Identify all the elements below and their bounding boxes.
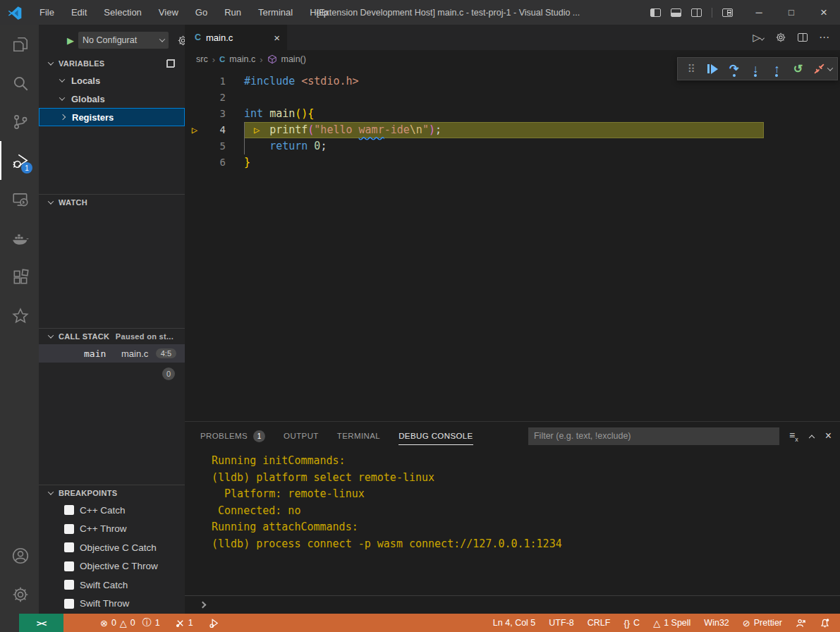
toggle-panel-icon[interactable] bbox=[671, 8, 681, 17]
breadcrumb-symbol[interactable]: main() bbox=[281, 54, 306, 64]
collapse-all-icon[interactable] bbox=[166, 59, 175, 68]
debug-console-input[interactable] bbox=[185, 595, 840, 613]
explorer-icon[interactable] bbox=[0, 25, 39, 63]
code-line-2[interactable]: 2 bbox=[185, 90, 840, 106]
step-into-button[interactable]: ↓ bbox=[747, 61, 764, 78]
start-debug-icon[interactable]: ▶ bbox=[67, 35, 74, 46]
code-line-4[interactable]: ▷4 printf("hello wamr-ide\n");▷ bbox=[185, 122, 840, 138]
editor-gear-icon[interactable] bbox=[775, 32, 786, 43]
breadcrumb-file[interactable]: main.c bbox=[229, 54, 255, 64]
step-over-button[interactable]: ↷ bbox=[726, 61, 743, 78]
docker-icon[interactable] bbox=[0, 219, 39, 257]
panel-header: PROBLEMS1OUTPUTTERMINALDEBUG CONSOLE ≡x … bbox=[185, 422, 840, 450]
breakpoint-checkbox[interactable] bbox=[64, 599, 74, 609]
maximize-panel-icon[interactable] bbox=[808, 435, 814, 441]
breakpoint-row[interactable]: Objective C Catch bbox=[39, 538, 185, 557]
watch-section-header[interactable]: WATCH bbox=[39, 195, 185, 210]
restart-button[interactable]: ↺ bbox=[789, 61, 806, 78]
breakpoint-checkbox[interactable] bbox=[64, 524, 74, 534]
formatter-status[interactable]: ⊘ Prettier bbox=[743, 618, 782, 628]
continue-button[interactable] bbox=[704, 61, 721, 78]
code-line-3[interactable]: 3int main(){ bbox=[185, 106, 840, 122]
breakpoints-section-header[interactable]: BREAKPOINTS bbox=[39, 485, 185, 501]
variables-item-registers[interactable]: Registers bbox=[39, 108, 185, 126]
clear-console-icon[interactable]: ≡x bbox=[789, 430, 798, 443]
code-line-5[interactable]: 5 return 0; bbox=[185, 138, 840, 154]
problems-status[interactable]: ⊗0 △0 ⓘ1 bbox=[100, 616, 160, 629]
run-and-debug-icon[interactable]: 1 bbox=[0, 141, 39, 180]
cursor-position[interactable]: Ln 4, Col 5 bbox=[493, 618, 535, 628]
toggle-sidebar-icon[interactable] bbox=[650, 8, 661, 17]
panel-tab-debug-console[interactable]: DEBUG CONSOLE bbox=[398, 422, 473, 450]
frame-function: main bbox=[84, 348, 121, 359]
config-gear-icon[interactable] bbox=[177, 35, 185, 47]
panel-tab-terminal[interactable]: TERMINAL bbox=[337, 422, 380, 450]
remote-indicator[interactable]: >< bbox=[19, 614, 63, 632]
spell-checker-status[interactable]: △ 1 Spell bbox=[653, 618, 690, 628]
step-out-button[interactable]: ↑ bbox=[768, 61, 785, 78]
menu-file[interactable]: File bbox=[32, 4, 61, 20]
settings-gear-icon[interactable] bbox=[0, 575, 39, 614]
feedback-status[interactable] bbox=[796, 618, 806, 628]
toolbar-drag-grip[interactable]: ⠿ bbox=[683, 61, 700, 78]
toggle-secondary-sidebar-icon[interactable] bbox=[691, 8, 702, 17]
platform-status[interactable]: Win32 bbox=[704, 618, 729, 628]
close-window-button[interactable]: × bbox=[808, 0, 840, 25]
breadcrumb-folder[interactable]: src bbox=[196, 54, 208, 64]
menu-run[interactable]: Run bbox=[217, 4, 248, 20]
maximize-button[interactable]: □ bbox=[775, 0, 808, 25]
breakpoint-row[interactable]: C++ Throw bbox=[39, 520, 185, 539]
close-tab-icon[interactable]: × bbox=[274, 32, 280, 44]
debug-session-status[interactable] bbox=[209, 618, 219, 628]
breakpoint-checkbox[interactable] bbox=[64, 505, 74, 515]
symbol-method-icon bbox=[267, 54, 277, 64]
close-panel-icon[interactable]: × bbox=[825, 430, 832, 442]
panel-tab-output[interactable]: OUTPUT bbox=[284, 422, 319, 450]
breakpoint-checkbox[interactable] bbox=[64, 580, 74, 590]
code-line-6[interactable]: 6} bbox=[185, 154, 840, 171]
minimize-button[interactable]: ─ bbox=[743, 0, 775, 25]
eol-sequence[interactable]: CRLF bbox=[588, 618, 611, 628]
search-icon[interactable] bbox=[0, 63, 39, 102]
menu-selection[interactable]: Selection bbox=[97, 4, 148, 20]
tools-status[interactable]: 1 bbox=[176, 618, 193, 628]
encoding[interactable]: UTF-8 bbox=[549, 618, 573, 628]
menu-view[interactable]: View bbox=[152, 4, 185, 20]
breakpoint-row[interactable]: Swift Throw bbox=[39, 595, 185, 614]
panel-tab-problems[interactable]: PROBLEMS1 bbox=[200, 422, 265, 450]
glyph-margin bbox=[185, 154, 205, 171]
console-filter-input[interactable] bbox=[528, 427, 779, 445]
editor-tabbar: C main.c × ▷ ⋯ bbox=[185, 25, 840, 50]
run-or-debug-button[interactable]: ▷ bbox=[753, 32, 764, 43]
console-line: Connected: no bbox=[212, 503, 840, 520]
remote-explorer-icon[interactable] bbox=[0, 180, 39, 219]
accounts-icon[interactable] bbox=[0, 536, 39, 575]
debug-toolbar: ⠿ ↷ ↓ ↑ ↺ bbox=[677, 57, 838, 80]
customize-layout-icon[interactable] bbox=[722, 8, 733, 17]
disconnect-button[interactable] bbox=[811, 61, 828, 78]
variables-section-header[interactable]: VARIABLES bbox=[39, 56, 185, 71]
extensions-icon[interactable] bbox=[0, 257, 39, 296]
menu-terminal[interactable]: Terminal bbox=[251, 4, 300, 20]
breakpoint-row[interactable]: C++ Catch bbox=[39, 501, 185, 520]
variables-item-globals[interactable]: Globals bbox=[39, 90, 185, 108]
breakpoint-row[interactable]: Swift Catch bbox=[39, 576, 185, 595]
more-actions-icon[interactable]: ⋯ bbox=[819, 31, 830, 44]
language-mode[interactable]: {} C bbox=[623, 618, 640, 628]
callstack-section-header[interactable]: CALL STACK Paused on st... bbox=[39, 329, 185, 344]
breakpoint-row[interactable]: Objective C Throw bbox=[39, 557, 185, 576]
tab-main-c[interactable]: C main.c × bbox=[185, 25, 287, 50]
menu-go[interactable]: Go bbox=[188, 4, 214, 20]
breakpoint-checkbox[interactable] bbox=[64, 542, 74, 552]
debug-config-dropdown[interactable]: No Configurat bbox=[78, 32, 169, 49]
star-icon[interactable] bbox=[0, 296, 39, 335]
code-editor[interactable]: 1#include <stdio.h>23int main(){▷4 print… bbox=[185, 68, 840, 421]
notifications-status[interactable] bbox=[820, 618, 830, 628]
stack-frame-row[interactable]: main main.c 4:5 bbox=[39, 344, 185, 363]
menu-edit[interactable]: Edit bbox=[64, 4, 94, 20]
source-control-icon[interactable] bbox=[0, 102, 39, 141]
chevron-down-icon[interactable] bbox=[827, 65, 833, 71]
variables-item-locals[interactable]: Locals bbox=[39, 71, 185, 90]
split-editor-icon[interactable] bbox=[798, 33, 808, 42]
breakpoint-checkbox[interactable] bbox=[64, 561, 74, 571]
